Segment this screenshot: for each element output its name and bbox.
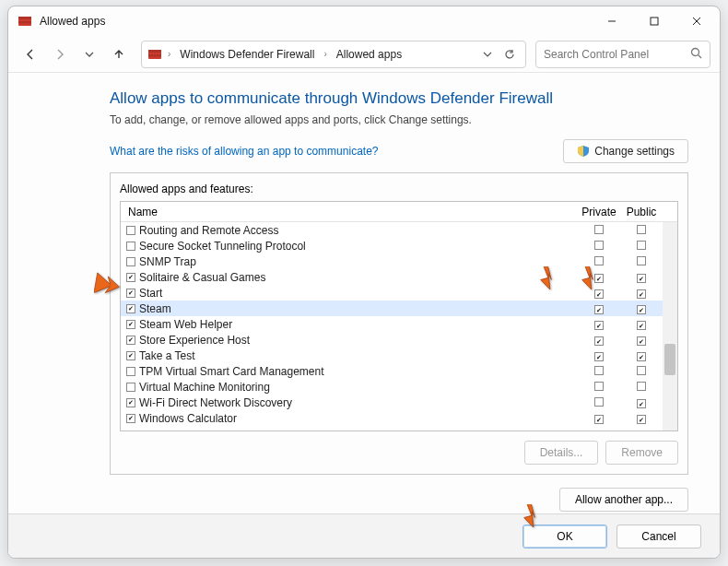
column-public[interactable]: Public [620,206,663,218]
search-box[interactable] [535,41,710,68]
enable-checkbox[interactable] [126,383,135,392]
private-checkbox[interactable] [594,336,604,346]
allow-another-app-button[interactable]: Allow another app... [559,488,688,512]
svg-rect-4 [651,18,658,25]
back-button[interactable] [18,41,43,67]
table-row[interactable]: Virtual Machine Monitoring [121,379,663,395]
window: Allowed apps › Windows Defender Firewall… [7,6,721,559]
breadcrumb-dropdown-button[interactable] [477,44,498,65]
ok-button[interactable]: OK [523,525,607,548]
risks-link[interactable]: What are the risks of allowing an app to… [110,145,378,158]
change-settings-label: Change settings [594,145,675,158]
nav-bar: › Windows Defender Firewall › Allowed ap… [8,36,720,73]
table-row[interactable]: SNMP Trap [121,254,663,269]
enable-checkbox[interactable] [126,414,135,423]
chevron-right-icon[interactable]: › [323,49,326,59]
public-checkbox[interactable] [637,225,646,234]
allowed-apps-list[interactable]: Name Private Public Routing and Remote A… [120,201,678,431]
private-checkbox[interactable] [594,382,604,391]
private-checkbox[interactable] [594,321,604,330]
allowed-apps-label: Allowed apps and features: [120,183,678,195]
table-row[interactable]: Steam [121,301,663,316]
firewall-icon [18,14,32,29]
public-checkbox[interactable] [637,366,646,375]
column-name[interactable]: Name [128,206,578,218]
app-name: TPM Virtual Smart Card Management [139,365,578,378]
table-row[interactable]: Solitaire & Casual Games [121,269,663,285]
scrollbar[interactable] [663,222,677,430]
search-input[interactable] [544,48,685,61]
maximize-button[interactable] [633,6,675,36]
public-checkbox[interactable] [637,382,646,391]
chevron-right-icon[interactable]: › [168,49,170,59]
breadcrumb-segment-firewall[interactable]: Windows Defender Firewall [176,44,318,65]
remove-button[interactable]: Remove [605,441,678,465]
private-checkbox[interactable] [594,241,604,250]
public-checkbox[interactable] [637,305,646,314]
content-area: Allow apps to communicate through Window… [8,73,720,513]
private-checkbox[interactable] [594,415,604,424]
window-title: Allowed apps [40,15,105,28]
private-checkbox[interactable] [594,274,604,283]
table-row[interactable]: Store Experience Host [121,332,663,348]
app-name: Store Experience Host [139,334,578,347]
scroll-thumb[interactable] [664,344,675,375]
public-checkbox[interactable] [637,336,646,346]
minimize-button[interactable] [591,6,633,36]
app-name: Steam Web Helper [139,318,578,331]
enable-checkbox[interactable] [126,320,135,329]
forward-button[interactable] [47,41,73,67]
page-heading: Allow apps to communicate through Window… [110,89,688,108]
private-checkbox[interactable] [594,305,604,314]
private-checkbox[interactable] [594,397,604,407]
public-checkbox[interactable] [637,321,646,330]
table-row[interactable]: Wi-Fi Direct Network Discovery [121,395,663,410]
public-checkbox[interactable] [637,256,646,265]
enable-checkbox[interactable] [126,351,135,360]
app-name: Solitaire & Casual Games [139,271,578,284]
enable-checkbox[interactable] [126,289,135,298]
table-row[interactable]: Routing and Remote Access [121,222,663,238]
public-checkbox[interactable] [637,415,646,424]
table-row[interactable]: Start [121,285,663,301]
breadcrumb-segment-allowed-apps[interactable]: Allowed apps [333,44,405,65]
public-checkbox[interactable] [637,352,646,361]
svg-rect-8 [148,50,161,53]
private-checkbox[interactable] [594,225,604,234]
refresh-button[interactable] [499,44,520,65]
public-checkbox[interactable] [637,274,646,283]
table-row[interactable]: TPM Virtual Smart Card Management [121,363,663,379]
recent-locations-button[interactable] [76,41,102,67]
enable-checkbox[interactable] [126,367,135,376]
column-private[interactable]: Private [578,206,620,218]
change-settings-button[interactable]: Change settings [563,139,688,163]
enable-checkbox[interactable] [126,226,135,235]
up-button[interactable] [106,41,132,67]
search-icon[interactable] [690,47,702,62]
enable-checkbox[interactable] [126,336,135,345]
enable-checkbox[interactable] [126,257,135,266]
public-checkbox[interactable] [637,241,646,250]
app-name: Wi-Fi Direct Network Discovery [139,396,578,409]
enable-checkbox[interactable] [126,242,135,251]
table-row[interactable]: Secure Socket Tunneling Protocol [121,238,663,254]
enable-checkbox[interactable] [126,273,135,282]
table-row[interactable]: Steam Web Helper [121,316,663,332]
list-header: Name Private Public [121,202,677,222]
cancel-button[interactable]: Cancel [616,525,701,548]
public-checkbox[interactable] [637,399,646,408]
shield-icon [577,145,590,158]
close-button[interactable] [675,6,718,36]
breadcrumb[interactable]: › Windows Defender Firewall › Allowed ap… [141,41,526,68]
public-checkbox[interactable] [637,289,646,299]
app-name: Take a Test [139,349,578,362]
private-checkbox[interactable] [594,366,604,375]
table-row[interactable]: Windows Calculator [121,410,663,426]
enable-checkbox[interactable] [126,304,135,313]
private-checkbox[interactable] [594,256,604,265]
details-button[interactable]: Details... [524,441,599,465]
enable-checkbox[interactable] [126,398,135,407]
private-checkbox[interactable] [594,289,604,299]
table-row[interactable]: Take a Test [121,348,663,363]
private-checkbox[interactable] [594,352,604,361]
